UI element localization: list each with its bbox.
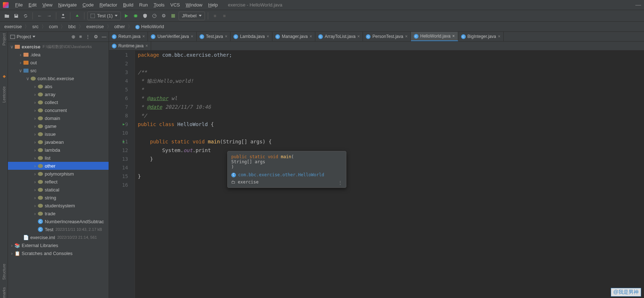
extra-icon[interactable]: ■ bbox=[220, 12, 228, 20]
collapse-icon[interactable]: ⋮ bbox=[86, 34, 90, 39]
menu-vcs[interactable]: VCS bbox=[167, 1, 183, 9]
locate-icon[interactable]: ⊕ bbox=[71, 34, 75, 39]
menu-code[interactable]: Code bbox=[80, 1, 97, 9]
close-icon[interactable]: × bbox=[142, 34, 145, 39]
tree-domain[interactable]: ›domain bbox=[8, 114, 109, 122]
settings-icon[interactable]: ⚙ bbox=[94, 34, 98, 39]
debug-icon[interactable] bbox=[132, 12, 140, 20]
tab-manager[interactable]: CManager.java× bbox=[272, 32, 315, 41]
update-icon[interactable] bbox=[73, 12, 81, 20]
expand-icon[interactable]: ≡ bbox=[79, 34, 82, 39]
attach-icon[interactable]: ⚙ bbox=[160, 12, 168, 20]
close-icon[interactable]: × bbox=[267, 34, 269, 39]
close-icon[interactable]: × bbox=[310, 34, 312, 39]
tree-concurrent[interactable]: ›concurrent bbox=[8, 106, 109, 114]
forward-icon[interactable]: → bbox=[45, 12, 53, 20]
tree-collect[interactable]: ›collect bbox=[8, 98, 109, 106]
run-icon[interactable] bbox=[122, 12, 130, 20]
menu-window[interactable]: Window bbox=[183, 1, 205, 9]
tree-trade[interactable]: ›trade bbox=[8, 210, 109, 217]
tab-arraytolist[interactable]: CArrayToList.java× bbox=[315, 32, 363, 41]
crumb-exercise[interactable]: exercise bbox=[3, 24, 23, 29]
tree-iml[interactable]: 📄exercise.iml2022/10/23 21:14, 561 bbox=[8, 233, 109, 241]
crumb-com[interactable]: com bbox=[48, 24, 60, 29]
crumb-bbc[interactable]: bbc bbox=[67, 24, 77, 29]
stop-icon[interactable]: ■ bbox=[211, 12, 219, 20]
menu-navigate[interactable]: Navigate bbox=[55, 1, 79, 9]
close-icon[interactable]: × bbox=[191, 34, 193, 39]
sidebar-title[interactable]: Project bbox=[10, 34, 35, 39]
close-icon[interactable]: × bbox=[225, 34, 227, 39]
tree-test[interactable]: CTest2022/11/11 10:43, 2.17 kB bbox=[8, 225, 109, 233]
run-gutter-icon[interactable]: ▶ bbox=[123, 120, 125, 129]
tree-idea[interactable]: ›.idea bbox=[8, 51, 109, 59]
tree-numinc[interactable]: CNumberIncreaseAndSubtrac bbox=[8, 217, 109, 225]
tab-userverifier[interactable]: CUserVerifier.java× bbox=[148, 32, 196, 41]
tree-scratches[interactable]: ›📋Scratches and Consoles bbox=[8, 249, 109, 257]
tree-reflect[interactable]: ›reflect bbox=[8, 178, 109, 186]
tree-string[interactable]: ›string bbox=[8, 194, 109, 202]
crumb-class[interactable]: CHelloWorld bbox=[134, 24, 165, 29]
tool-bookmarks[interactable]: marks bbox=[2, 287, 6, 298]
menu-help[interactable]: Help bbox=[205, 1, 221, 9]
save-icon[interactable] bbox=[12, 12, 20, 20]
tab-test[interactable]: CTest.java× bbox=[197, 32, 231, 41]
crumb-exercise2[interactable]: exercise bbox=[85, 24, 105, 29]
open-icon[interactable] bbox=[3, 12, 11, 20]
tree-game[interactable]: ›game bbox=[8, 122, 109, 130]
user-icon[interactable] bbox=[59, 12, 67, 20]
tree-package[interactable]: ∨com.bbc.exercise bbox=[8, 74, 109, 82]
menu-tools[interactable]: Tools bbox=[151, 1, 167, 9]
tab-persontest[interactable]: CPersonTest.java× bbox=[363, 32, 411, 41]
more-icon[interactable]: ⋮ bbox=[338, 180, 342, 185]
menu-view[interactable]: View bbox=[39, 1, 55, 9]
crumb-other[interactable]: other bbox=[113, 24, 127, 29]
tree-statical[interactable]: ›statical bbox=[8, 186, 109, 194]
run-gutter-icon[interactable]: ▶ bbox=[123, 137, 125, 146]
tool-leetcode[interactable]: ◆ bbox=[1, 74, 6, 79]
menu-run[interactable]: Run bbox=[136, 1, 151, 9]
tree-other[interactable]: ›other bbox=[8, 162, 109, 170]
sync-icon[interactable] bbox=[22, 12, 30, 20]
run-configuration-dropdown[interactable]: Test (1) bbox=[87, 12, 121, 20]
tree-abs[interactable]: ›abs bbox=[8, 82, 109, 90]
tree-lambda[interactable]: ›lambda bbox=[8, 146, 109, 154]
tool-structure[interactable]: Structure bbox=[2, 264, 6, 280]
tool-leetcode-label[interactable]: Leetcode bbox=[2, 86, 6, 103]
tree-issue[interactable]: ›issue bbox=[8, 130, 109, 138]
module-link[interactable]: 🗀 exercise bbox=[231, 180, 342, 185]
coverage-icon[interactable] bbox=[141, 12, 149, 20]
tab-biginteger[interactable]: CBigInteger.java× bbox=[458, 32, 504, 41]
jrebel-icon[interactable] bbox=[169, 12, 177, 20]
tool-project[interactable]: Project bbox=[2, 33, 6, 46]
tree-array[interactable]: ›array bbox=[8, 90, 109, 98]
profile-icon[interactable] bbox=[150, 12, 158, 20]
close-icon[interactable]: × bbox=[452, 34, 455, 39]
tree-src[interactable]: ∨src bbox=[8, 66, 109, 74]
code-content[interactable]: package com.bbc.exercise.other; /** * 输出… bbox=[135, 51, 644, 298]
tab-helloworld[interactable]: CHelloWorld.java× bbox=[411, 32, 458, 41]
close-icon[interactable]: × bbox=[357, 34, 360, 39]
menu-edit[interactable]: Edit bbox=[26, 1, 39, 9]
tree-studentsystem[interactable]: ›studentsystem bbox=[8, 202, 109, 210]
tab-lambda[interactable]: CLambda.java× bbox=[231, 32, 272, 41]
class-link[interactable]: C com.bbc.exercise.other.HelloWorld bbox=[231, 172, 342, 177]
tree-list[interactable]: ›list bbox=[8, 154, 109, 162]
close-icon[interactable]: × bbox=[405, 34, 408, 39]
tab-return[interactable]: CReturn.java× bbox=[109, 32, 148, 41]
close-icon[interactable]: × bbox=[145, 43, 148, 48]
menu-refactor[interactable]: Refactor bbox=[97, 1, 120, 9]
crumb-src[interactable]: src bbox=[31, 24, 40, 29]
code-editor[interactable]: 1 2 3 4 5 6 7 8 ▶9 10 ▶11 12 13 14 15 16… bbox=[109, 51, 644, 298]
tree-polymorphism[interactable]: ›polymorphism bbox=[8, 170, 109, 178]
tree-root[interactable]: ∨exerciseF:\编程数据\IDE\Java\works bbox=[8, 43, 109, 51]
back-icon[interactable]: ← bbox=[36, 12, 44, 20]
jrebel-dropdown[interactable]: JRebel bbox=[179, 12, 205, 20]
tree-extlib[interactable]: ›📚External Libraries bbox=[8, 241, 109, 249]
menu-file[interactable]: File bbox=[12, 1, 26, 9]
menu-build[interactable]: Build bbox=[120, 1, 136, 9]
tree-javabean[interactable]: ›javabean bbox=[8, 138, 109, 146]
close-icon[interactable]: × bbox=[498, 34, 500, 39]
minimize-icon[interactable]: — bbox=[635, 2, 641, 8]
tab-runtime[interactable]: CRuntime.java× bbox=[109, 42, 151, 50]
